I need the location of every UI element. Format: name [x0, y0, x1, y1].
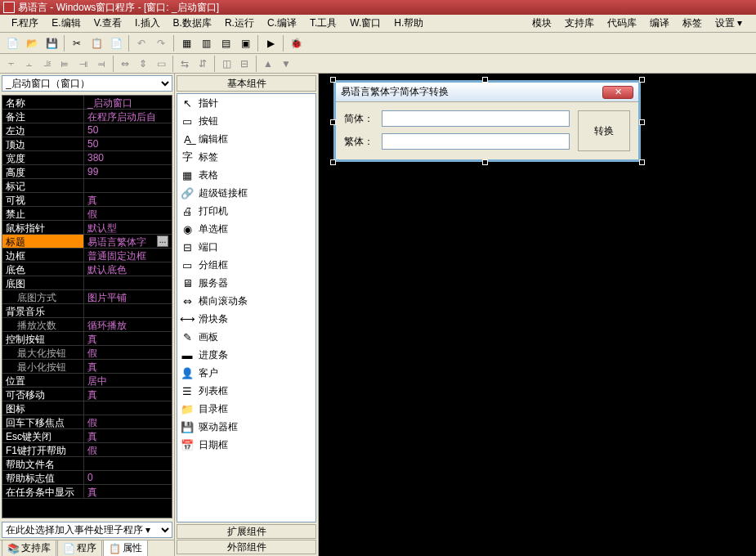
component-item[interactable]: ◉单选框	[177, 220, 315, 238]
center-h-icon[interactable]: ◫	[218, 56, 235, 72]
property-row[interactable]: 底图方式图片平铺	[2, 290, 172, 304]
property-row[interactable]: 鼠标指针默认型	[2, 221, 172, 235]
design-surface[interactable]: 易语言繁体字简体字转换 ✕ 简体： 繁体： 转换	[319, 74, 756, 556]
property-row[interactable]: 位置居中	[2, 374, 172, 388]
cut-button[interactable]: ✂	[68, 34, 86, 52]
property-row[interactable]: 帮助文件名	[2, 457, 172, 471]
property-row[interactable]: 左边50	[2, 123, 172, 137]
layout4-button[interactable]: ▣	[236, 34, 254, 52]
component-item[interactable]: ▭按钮	[177, 112, 315, 130]
handle-s[interactable]	[482, 159, 488, 165]
form-window[interactable]: 易语言繁体字简体字转换 ✕ 简体： 繁体： 转换	[333, 80, 641, 162]
same-width-icon[interactable]: ⇔	[117, 56, 133, 72]
object-selector[interactable]: _启动窗口（窗口）	[2, 75, 172, 92]
align-center-icon[interactable]: ⫠	[21, 56, 38, 72]
rmenu-tag[interactable]: 标签	[678, 15, 706, 32]
align-bottom-icon[interactable]: ⫤	[93, 56, 110, 72]
send-back-icon[interactable]: ▼	[278, 56, 294, 72]
property-row[interactable]: 播放次数循环播放	[2, 318, 172, 332]
new-button[interactable]: 📄	[3, 34, 21, 52]
component-item[interactable]: ☰列表框	[177, 382, 315, 400]
layout1-button[interactable]: ▦	[177, 34, 195, 52]
component-item[interactable]: ✎画板	[177, 328, 315, 346]
property-row[interactable]: 背景音乐	[2, 304, 172, 318]
open-button[interactable]: 📂	[23, 34, 41, 52]
same-size-icon[interactable]: ▭	[153, 56, 169, 72]
property-row[interactable]: 回车下移焦点假	[2, 415, 172, 429]
input-simplified[interactable]	[382, 110, 570, 127]
rmenu-support[interactable]: 支持库	[561, 15, 598, 32]
copy-button[interactable]: 📋	[87, 34, 105, 52]
property-row[interactable]: 在任务条中显示真	[2, 485, 172, 499]
menu-view[interactable]: V.查看	[89, 15, 127, 32]
property-row[interactable]: 帮助标志值0	[2, 471, 172, 485]
property-row[interactable]: 备注在程序启动后自	[2, 110, 172, 123]
component-item[interactable]: ▬进度条	[177, 346, 315, 364]
property-row[interactable]: 控制按钮真	[2, 332, 172, 346]
save-button[interactable]: 💾	[42, 34, 60, 52]
property-row[interactable]: 名称_启动窗口	[2, 96, 172, 110]
tab-support-lib[interactable]: 📚支持库	[2, 540, 56, 556]
property-row[interactable]: 最小化按钮真	[2, 360, 172, 374]
same-height-icon[interactable]: ⇕	[135, 56, 151, 72]
component-item[interactable]: A͟编辑框	[177, 130, 315, 148]
rmenu-settings[interactable]: 设置 ▾	[711, 15, 746, 32]
redo-button[interactable]: ↷	[152, 34, 170, 52]
handle-w[interactable]	[330, 119, 336, 125]
property-row[interactable]: 标记	[2, 179, 172, 193]
property-row[interactable]: 顶边50	[2, 137, 172, 151]
property-row[interactable]: F1键打开帮助假	[2, 443, 172, 457]
property-row[interactable]: 高度99	[2, 165, 172, 179]
center-v-icon[interactable]: ⊟	[236, 56, 253, 72]
align-top-icon[interactable]: ⫢	[57, 56, 74, 72]
property-row[interactable]: Esc键关闭真	[2, 429, 172, 443]
property-row[interactable]: 禁止假	[2, 207, 172, 221]
property-row[interactable]: 底色默认底色	[2, 262, 172, 276]
layout2-button[interactable]: ▥	[197, 34, 215, 52]
handle-se[interactable]	[639, 159, 645, 165]
handle-e[interactable]	[639, 119, 645, 125]
component-item[interactable]: ⟷滑块条	[177, 310, 315, 328]
component-item[interactable]: ⊟端口	[177, 238, 315, 256]
convert-button[interactable]: 转换	[578, 110, 630, 151]
property-row[interactable]: 宽度380	[2, 151, 172, 165]
property-grid[interactable]: 名称_启动窗口备注在程序启动后自左边50顶边50宽度380高度99标记可视真禁止…	[2, 95, 172, 518]
menu-program[interactable]: F.程序	[7, 15, 43, 32]
menu-run[interactable]: R.运行	[220, 15, 259, 32]
component-item[interactable]: 🖨打印机	[177, 202, 315, 220]
rmenu-module[interactable]: 模块	[528, 15, 556, 32]
align-left-icon[interactable]: ⫟	[3, 56, 20, 72]
property-row[interactable]: 可视真	[2, 193, 172, 207]
property-row[interactable]: 图标	[2, 401, 172, 415]
undo-button[interactable]: ↶	[132, 34, 150, 52]
component-item[interactable]: ▭分组框	[177, 256, 315, 274]
component-item[interactable]: 💾驱动器框	[177, 418, 315, 436]
handle-ne[interactable]	[639, 77, 645, 83]
property-row[interactable]: 可否移动真	[2, 388, 172, 401]
handle-n[interactable]	[482, 77, 488, 83]
menu-tools[interactable]: T.工具	[305, 15, 342, 32]
rmenu-compile[interactable]: 编译	[646, 15, 673, 32]
handle-nw[interactable]	[330, 77, 336, 83]
paste-button[interactable]: 📄	[107, 34, 125, 52]
input-traditional[interactable]	[382, 133, 570, 150]
form-titlebar[interactable]: 易语言繁体字简体字转换 ✕	[336, 83, 638, 102]
event-selector[interactable]: 在此处选择加入事件处理子程序 ▾	[2, 522, 172, 538]
component-header[interactable]: 基本组件	[177, 75, 316, 92]
rmenu-codelib[interactable]: 代码库	[603, 15, 641, 32]
property-row[interactable]: 底图	[2, 276, 172, 290]
debug-button[interactable]: 🐞	[287, 34, 305, 52]
menu-insert[interactable]: I.插入	[130, 15, 165, 32]
component-list[interactable]: ↖指针▭按钮A͟编辑框字标签▦表格🔗超级链接框🖨打印机◉单选框⊟端口▭分组框🖥服…	[177, 93, 316, 522]
footer-external[interactable]: 外部组件	[177, 540, 316, 554]
component-item[interactable]: 📁目录框	[177, 400, 315, 418]
menu-help[interactable]: H.帮助	[389, 15, 428, 32]
layout3-button[interactable]: ▤	[217, 34, 235, 52]
component-item[interactable]: ▦表格	[177, 166, 315, 184]
property-row[interactable]: 最大化按钮假	[2, 346, 172, 360]
footer-ext[interactable]: 扩展组件	[177, 524, 316, 539]
run-button[interactable]: ▶	[262, 34, 280, 52]
tab-program[interactable]: 📄程序	[57, 540, 102, 556]
menu-edit[interactable]: E.编辑	[47, 15, 85, 32]
tab-properties[interactable]: 📋属性	[103, 540, 148, 556]
